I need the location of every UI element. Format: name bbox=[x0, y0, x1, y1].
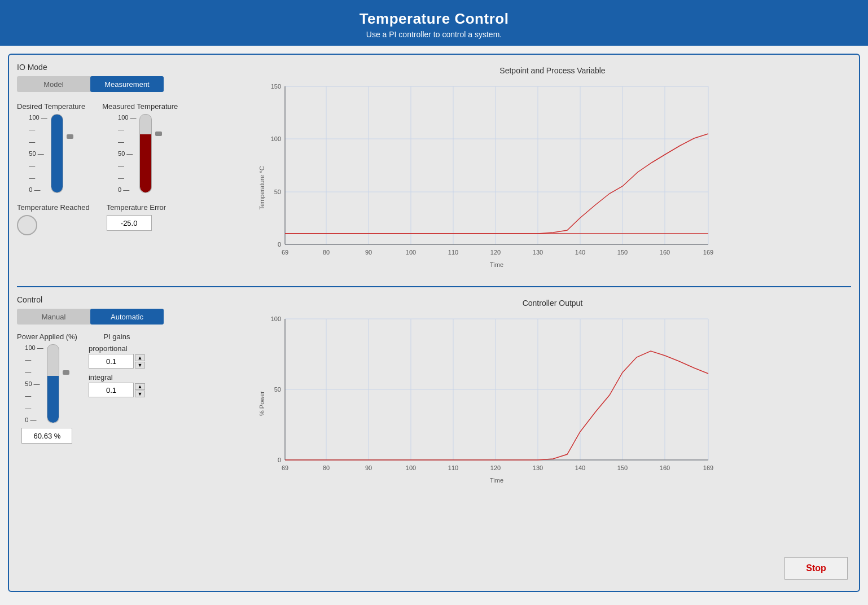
chart2-svg: % Power bbox=[254, 308, 717, 494]
chart2-xtick-100: 100 bbox=[406, 464, 416, 471]
chart1-svg: Temperature °C bbox=[254, 75, 717, 278]
chart1-xtick-100: 100 bbox=[406, 249, 416, 256]
measured-temp-thermo bbox=[139, 114, 152, 193]
power-handle[interactable] bbox=[63, 370, 69, 375]
chart2-ytick-0: 0 bbox=[278, 457, 281, 463]
toggle-option-measurement[interactable]: Measurement bbox=[90, 80, 164, 89]
measured-temp-tick-mid3: — bbox=[118, 162, 136, 169]
desired-temp-slider-container: 100 — — — 50 — — — 0 — bbox=[29, 114, 73, 193]
proportional-up[interactable]: ▲ bbox=[135, 354, 145, 361]
integral-up[interactable]: ▲ bbox=[135, 383, 145, 390]
chart1-ytick-150: 150 bbox=[271, 83, 281, 90]
chart2-xlabel: Time bbox=[490, 477, 503, 484]
app-header: Temperature Control Use a PI controller … bbox=[0, 0, 868, 46]
power-slider-container: 100 — — — 50 — — — 0 — bbox=[25, 344, 69, 423]
power-applied-group: Power Applied (%) 100 — — — 50 — — — 0 — bbox=[17, 332, 77, 444]
integral-input[interactable] bbox=[89, 383, 134, 397]
chart1-xtick-140: 140 bbox=[575, 249, 585, 256]
temp-error-section: Temperature Error -25.0 bbox=[107, 203, 166, 235]
main-content: IO Mode Model Measurement Desired Temper… bbox=[8, 54, 860, 592]
power-scale: 100 — — — 50 — — — 0 — bbox=[25, 344, 43, 423]
measured-temp-group: Measured Temperature 100 — — — 50 — — — … bbox=[102, 102, 178, 193]
chart2-ytick-50: 50 bbox=[274, 386, 281, 393]
power-applied-label: Power Applied (%) bbox=[17, 332, 77, 341]
integral-label: integral bbox=[89, 373, 145, 382]
measured-temp-fill bbox=[140, 134, 151, 193]
chart2-y-label: % Power bbox=[258, 391, 265, 416]
desired-temp-tick-50: 50 — bbox=[29, 150, 47, 157]
chart1-xtick-130: 130 bbox=[533, 249, 543, 256]
pi-gains-controls: proportional ▲ ▼ integral bbox=[89, 344, 145, 397]
desired-temp-handle[interactable] bbox=[67, 134, 73, 139]
io-mode-toggle[interactable]: Model Measurement bbox=[17, 76, 164, 92]
proportional-gain-row: proportional ▲ ▼ bbox=[89, 344, 145, 369]
power-display: 60.63 % bbox=[21, 428, 72, 444]
chart2-xtick-110: 110 bbox=[448, 464, 458, 471]
measured-temp-tick-mid1: — bbox=[118, 126, 136, 133]
chart1-ytick-0: 0 bbox=[278, 241, 281, 248]
desired-temp-fill bbox=[51, 115, 63, 192]
desired-temp-scale: 100 — — — 50 — — — 0 — bbox=[29, 114, 47, 193]
chart2-ytick-100: 100 bbox=[271, 315, 281, 322]
toggle-option-manual[interactable]: Manual bbox=[17, 313, 90, 321]
integral-input-row: ▲ ▼ bbox=[89, 383, 145, 397]
temp-error-display: -25.0 bbox=[107, 215, 152, 231]
power-tick-mid4: — bbox=[25, 405, 43, 411]
chart1-pv-line bbox=[285, 134, 708, 234]
power-fill bbox=[47, 376, 59, 423]
proportional-spinner: ▲ ▼ bbox=[135, 354, 145, 369]
desired-temp-tick-100: 100 — bbox=[29, 114, 47, 121]
pi-gains-group: PI gains proportional ▲ ▼ bbox=[89, 332, 145, 397]
temperature-controls-row: Desired Temperature 100 — — — 50 — — — 0… bbox=[17, 102, 243, 193]
measured-temp-tick-0: 0 — bbox=[118, 186, 136, 193]
chart2-xtick-120: 120 bbox=[490, 464, 501, 471]
toggle-option-automatic[interactable]: Automatic bbox=[90, 313, 164, 321]
bottom-controls-row: Power Applied (%) 100 — — — 50 — — — 0 — bbox=[17, 332, 243, 444]
measured-temp-tick-mid4: — bbox=[118, 174, 136, 181]
chart1-xtick-80: 80 bbox=[323, 249, 330, 256]
chart2-panel: Controller Output % Power bbox=[254, 295, 851, 494]
toggle-option-model[interactable]: Model bbox=[17, 80, 90, 89]
indicators-row: Temperature Reached Temperature Error -2… bbox=[17, 199, 243, 235]
chart2-xtick-169: 169 bbox=[703, 464, 713, 471]
power-tick-mid3: — bbox=[25, 392, 43, 399]
proportional-label: proportional bbox=[89, 344, 145, 353]
temp-reached-label: Temperature Reached bbox=[17, 203, 90, 212]
measured-temp-label: Measured Temperature bbox=[102, 102, 178, 111]
top-section: IO Mode Model Measurement Desired Temper… bbox=[17, 63, 851, 287]
chart1-xtick-120: 120 bbox=[490, 249, 501, 256]
measured-temp-slider-container: 100 — — — 50 — — — 0 — bbox=[118, 114, 162, 193]
proportional-input[interactable] bbox=[89, 354, 134, 369]
chart1-panel: Setpoint and Process Variable Temperatur… bbox=[254, 63, 851, 278]
desired-temp-tick-mid2: — bbox=[29, 138, 47, 145]
desired-temp-tick-mid4: — bbox=[29, 174, 47, 181]
chart1-ytick-50: 50 bbox=[274, 188, 281, 195]
power-tick-mid1: — bbox=[25, 356, 43, 363]
integral-down[interactable]: ▼ bbox=[135, 391, 145, 397]
chart1-xtick-69: 69 bbox=[282, 249, 288, 256]
power-tick-50: 50 — bbox=[25, 380, 43, 387]
chart1-xtick-169: 169 bbox=[703, 249, 713, 256]
chart1-y-label: Temperature °C bbox=[258, 166, 265, 209]
proportional-input-row: ▲ ▼ bbox=[89, 354, 145, 369]
chart2-title: Controller Output bbox=[254, 295, 851, 308]
desired-temp-tick-mid3: — bbox=[29, 162, 47, 169]
io-mode-label: IO Mode bbox=[17, 63, 243, 72]
chart2-xtick-90: 90 bbox=[365, 464, 372, 471]
chart1-title: Setpoint and Process Variable bbox=[254, 63, 851, 75]
stop-button[interactable]: Stop bbox=[784, 557, 848, 580]
desired-temp-group: Desired Temperature 100 — — — 50 — — — 0… bbox=[17, 102, 85, 193]
chart1-xlabel: Time bbox=[490, 261, 503, 268]
measured-temp-tick-100: 100 — bbox=[118, 114, 136, 121]
temp-reached-section: Temperature Reached bbox=[17, 203, 90, 235]
chart1-xtick-160: 160 bbox=[660, 249, 670, 256]
measured-temp-scale: 100 — — — 50 — — — 0 — bbox=[118, 114, 136, 193]
power-tick-100: 100 — bbox=[25, 344, 43, 351]
chart2-xtick-69: 69 bbox=[282, 464, 288, 471]
power-thermo bbox=[47, 344, 59, 423]
measured-temp-handle[interactable] bbox=[155, 131, 162, 136]
desired-temp-tick-mid1: — bbox=[29, 126, 47, 133]
proportional-down[interactable]: ▼ bbox=[135, 362, 145, 369]
control-toggle[interactable]: Manual Automatic bbox=[17, 309, 164, 325]
temp-reached-light bbox=[17, 215, 37, 235]
